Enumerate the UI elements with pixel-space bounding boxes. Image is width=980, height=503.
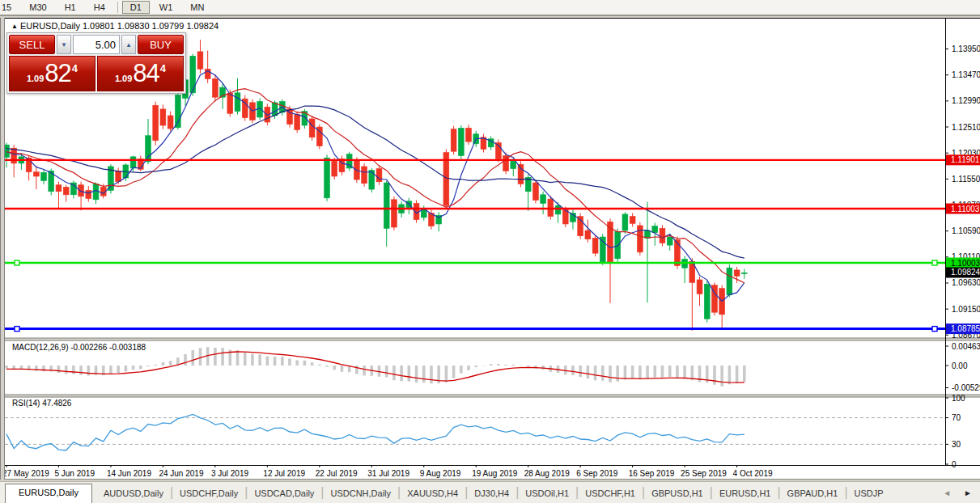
timeframe-button-15[interactable]: 15	[0, 1, 19, 14]
hline-marker[interactable]	[932, 327, 937, 332]
buy-price-prefix: 1.09	[115, 74, 132, 83]
macd-indicator-label: MACD(12,26,9) -0.002266 -0.003188	[12, 343, 146, 352]
candle-body	[212, 78, 218, 97]
macd-tick-label: 0.00	[952, 361, 968, 370]
rsi-tick-label: 70	[952, 413, 961, 422]
candle-body	[458, 128, 464, 155]
candle-body	[160, 109, 166, 125]
candle-body	[376, 169, 382, 182]
ma-line-22	[6, 106, 745, 258]
date-label: 14 Jun 2019	[107, 469, 151, 478]
toolbar-separator	[117, 2, 118, 13]
candle-body	[116, 171, 121, 181]
candle-body	[697, 280, 702, 294]
tab-usdchf-daily[interactable]: USDCHF,Daily	[173, 485, 244, 503]
candle-body	[41, 172, 47, 180]
tab-gbpaud-h1[interactable]: GBPAUD,H1	[781, 485, 845, 503]
rsi-line	[6, 414, 745, 450]
candle-body	[511, 161, 516, 168]
date-label: 4 Oct 2019	[733, 469, 773, 478]
chart-title-text: EURUSD,Daily 1.09801 1.09830 1.09799 1.0…	[20, 21, 218, 31]
buy-button[interactable]: BUY	[138, 35, 184, 54]
date-label: 12 Jul 2019	[263, 469, 305, 478]
date-label: 9 Aug 2019	[420, 469, 461, 478]
date-label: 28 Aug 2019	[524, 469, 571, 478]
timeframe-button-H4[interactable]: H4	[86, 1, 113, 14]
tab-scroll-right-icon[interactable]: ►	[964, 488, 972, 497]
sell-price-display[interactable]: 1.09 82 4	[9, 56, 95, 91]
candle-body	[585, 230, 591, 239]
candle-body	[197, 52, 203, 69]
date-label: 31 Jul 2019	[367, 469, 409, 478]
macd-tick-label: 0.00463	[952, 342, 980, 351]
candle-body	[325, 158, 330, 198]
date-label: 25 Sep 2019	[681, 469, 727, 478]
tab-usdcnh-daily[interactable]: USDCNH,Daily	[325, 485, 398, 503]
candle-body	[392, 200, 397, 227]
volume-decrease-button[interactable]: ▾	[57, 35, 71, 54]
date-label: 3 Jul 2019	[211, 469, 249, 478]
hline-marker[interactable]	[932, 260, 937, 265]
tab-usdcad-daily[interactable]: USDCAD,Daily	[248, 485, 320, 503]
candle-body	[362, 167, 367, 184]
timeframe-button-M30[interactable]: M30	[21, 1, 54, 14]
sell-price-sup: 4	[72, 62, 78, 74]
tab-scroll-left-icon[interactable]: ◄	[943, 488, 951, 497]
rsi-tick-label: 100	[952, 394, 965, 403]
timeframe-button-D1[interactable]: D1	[122, 1, 150, 14]
tab-usdchf-h1[interactable]: USDCHF,H1	[579, 485, 642, 503]
timeframe-button-MN[interactable]: MN	[182, 1, 212, 14]
candle-body	[168, 116, 173, 129]
candle-body	[704, 284, 710, 319]
one-click-trading-panel: SELL ▾ ▴ BUY 1.09 82 4 1.09 84 4	[6, 32, 186, 94]
tab-eurusd-h1[interactable]: EURUSD,H1	[713, 485, 778, 503]
tab-scroll-arrows: ◄ ►	[938, 488, 972, 497]
current-price-label: 1.09824	[951, 268, 980, 277]
hline-marker[interactable]	[15, 327, 19, 332]
date-label: 5 Jun 2019	[54, 469, 95, 478]
date-label: 16 Sep 2019	[629, 469, 675, 478]
candle-body	[153, 105, 159, 141]
timeframe-button-H1[interactable]: H1	[57, 1, 84, 14]
hline-marker[interactable]	[15, 260, 19, 265]
candle-body	[660, 228, 665, 243]
candle-body	[384, 183, 389, 228]
date-label: 6 Sep 2019	[576, 469, 618, 478]
candle-body	[78, 185, 84, 197]
price-tick-label: 1.09150	[952, 305, 980, 314]
date-label: 24 Jun 2019	[159, 469, 203, 478]
candle-body	[667, 237, 672, 245]
tab-eurusd-daily[interactable]: EURUSD,Daily	[5, 484, 92, 503]
macd-tick-label: -0.005299	[952, 383, 980, 392]
candle-body	[56, 185, 62, 192]
tab-dj30-h4[interactable]: DJ30,H4	[468, 485, 515, 503]
candle-body	[645, 230, 651, 238]
price-tick-label: 1.09630	[952, 278, 980, 287]
price-tick-label: 1.12990	[952, 96, 980, 105]
tab-audusd-daily[interactable]: AUDUSD,Daily	[97, 485, 170, 503]
tab-strip: EURUSD,DailyAUDUSD,Daily|USDCHF,Daily|US…	[5, 484, 927, 503]
tab-gbpusd-h1[interactable]: GBPUSD,H1	[645, 485, 710, 503]
buy-price-big: 84	[133, 59, 159, 88]
buy-price-display[interactable]: 1.09 84 4	[97, 56, 184, 91]
candle-body	[533, 183, 539, 200]
timeframe-button-W1[interactable]: W1	[151, 1, 181, 14]
tab-usdoil-h1[interactable]: USDOil,H1	[519, 485, 575, 503]
tab-xauusd-h4[interactable]: XAUUSD,H4	[401, 485, 465, 503]
rsi-tick-label: 0	[952, 460, 957, 469]
candle-body	[63, 187, 69, 194]
sell-button[interactable]: SELL	[9, 35, 55, 54]
candle-body	[518, 164, 524, 184]
candle-body	[592, 238, 598, 253]
candle-body	[309, 119, 315, 137]
candle-body	[33, 172, 39, 176]
date-label: 19 Aug 2019	[472, 469, 518, 478]
candle-body	[630, 217, 635, 224]
volume-increase-button[interactable]: ▴	[121, 35, 136, 54]
sell-price-prefix: 1.09	[27, 74, 44, 83]
volume-input[interactable]	[73, 35, 120, 54]
price-label-resistance-lower: 1.11003	[951, 205, 980, 213]
tab-usdjp[interactable]: USDJP	[848, 485, 890, 503]
price-label-support-blue: 1.08785	[951, 324, 980, 333]
chart-window: 1.139501.134701.129901.125101.120301.115…	[5, 18, 980, 480]
